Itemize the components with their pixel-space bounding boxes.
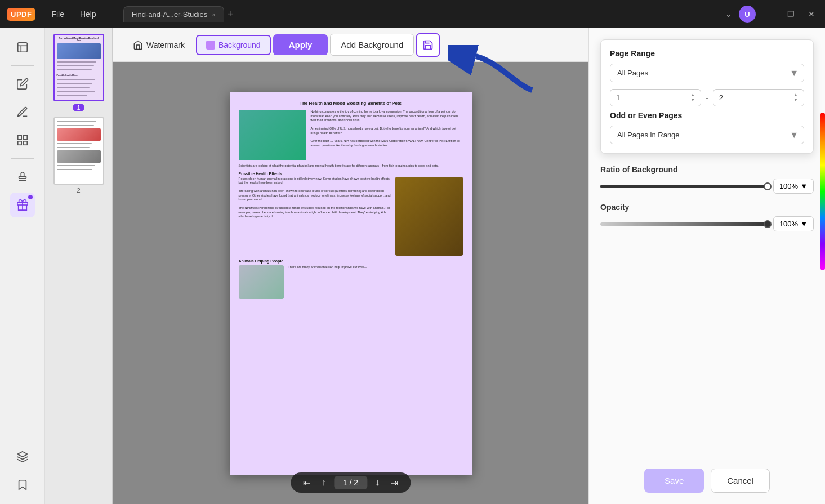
user-avatar[interactable]: U <box>739 6 756 23</box>
bottom-actions: Save Cancel <box>600 460 814 493</box>
page-range-inputs: 1 ▲ ▼ - 2 ▲ ▼ <box>610 89 804 106</box>
thumb-1-overlay <box>55 35 103 100</box>
sidebar-icon-gift[interactable] <box>10 193 35 217</box>
ratio-value: 100% <box>779 182 798 190</box>
page-to-down[interactable]: ▼ <box>793 98 798 102</box>
opacity-dropdown-icon: ▼ <box>800 220 808 228</box>
menu-file[interactable]: File <box>44 7 71 21</box>
ratio-slider-fill <box>600 185 768 188</box>
watermark-button[interactable]: Watermark <box>124 35 194 55</box>
add-background-button[interactable]: Add Background <box>330 34 414 56</box>
sidebar-divider-1 <box>11 65 34 66</box>
page-range-label: Page Range <box>610 49 804 58</box>
pdf-animals-heading: Animals Helping People <box>239 259 463 263</box>
ratio-slider-thumb[interactable] <box>764 182 772 190</box>
opacity-section: Opacity 100% ▼ <box>600 203 814 231</box>
pdf-cat-image <box>239 110 306 160</box>
tab-title: Find-and-A...er-Studies <box>132 10 207 19</box>
thumbnail-page-2[interactable] <box>53 117 104 185</box>
active-tab[interactable]: Find-and-A...er-Studies × <box>123 6 224 22</box>
menu-bar: File Help <box>44 7 102 21</box>
new-tab-button[interactable]: + <box>228 8 234 20</box>
pdf-scientists-text: Scientists are looking at what the poten… <box>239 164 463 168</box>
main-layout: The Health and Mood-Boosting Benefits of… <box>0 28 825 504</box>
menu-help[interactable]: Help <box>73 7 103 21</box>
svg-rect-7 <box>19 176 26 179</box>
thumb-2-line <box>57 169 93 170</box>
titlebar-right: ⌄ U — ❐ ✕ <box>725 6 818 23</box>
pdf-container: The Health and Mood-Boosting Benefits of… <box>113 62 588 504</box>
close-button[interactable]: ✕ <box>805 8 818 20</box>
left-sidebar <box>0 28 45 504</box>
color-strip[interactable] <box>820 113 825 270</box>
watermark-icon <box>133 40 143 50</box>
thumbnail-page-1[interactable]: The Health and Mood-Boosting Benefits of… <box>53 34 104 101</box>
save-icon-button[interactable] <box>416 33 440 57</box>
pdf-dog-cat-image <box>395 177 463 256</box>
last-page-button[interactable]: ⇥ <box>387 476 402 489</box>
pdf-page: The Health and Mood-Boosting Benefits of… <box>230 92 472 475</box>
pdf-content: The Health and Mood-Boosting Benefits of… <box>230 92 472 475</box>
maximize-button[interactable]: ❐ <box>784 8 798 20</box>
svg-rect-0 <box>17 43 27 52</box>
odd-even-label: Odd or Even Pages <box>610 111 804 120</box>
pdf-cat2-image <box>239 265 284 299</box>
sidebar-icon-organize[interactable] <box>10 128 35 153</box>
ratio-slider-track[interactable] <box>600 185 768 188</box>
background-label: Background <box>218 41 261 50</box>
top-toolbar: Watermark Background Apply Add Backgroun… <box>113 28 588 62</box>
prev-page-button[interactable]: ↑ <box>318 476 329 489</box>
pdf-section-heading: Possible Health Effects <box>239 172 463 176</box>
sidebar-icon-stamp[interactable] <box>10 164 35 189</box>
current-page: 1 <box>343 478 347 487</box>
page-indicator: 1 / 2 <box>334 476 367 489</box>
thumb-2-line <box>57 147 90 148</box>
ratio-dropdown-icon: ▼ <box>800 182 808 190</box>
next-page-button[interactable]: ↓ <box>372 476 383 489</box>
opacity-slider-row: 100% ▼ <box>600 216 814 231</box>
thumbnail-1-wrap: The Health and Mood-Boosting Benefits of… <box>53 34 104 111</box>
cancel-button[interactable]: Cancel <box>711 469 770 493</box>
range-dash: - <box>706 93 708 102</box>
page-from-down[interactable]: ▼ <box>690 98 695 102</box>
ratio-percent-dropdown[interactable]: 100% ▼ <box>773 179 814 194</box>
thumb-2-line <box>57 165 96 166</box>
ratio-slider-row: 100% ▼ <box>600 179 814 194</box>
background-button[interactable]: Background <box>196 35 271 55</box>
sidebar-divider-2 <box>11 158 34 159</box>
background-color-swatch <box>206 41 215 50</box>
page-range-select[interactable]: All Pages <box>610 64 804 82</box>
odd-even-select[interactable]: All Pages in Range <box>610 126 804 144</box>
opacity-label: Opacity <box>600 203 814 212</box>
first-page-button[interactable]: ⇤ <box>300 476 314 489</box>
tab-dropdown-icon[interactable]: ⌄ <box>725 10 732 19</box>
thumb-2-img <box>57 128 101 141</box>
tab-close-button[interactable]: × <box>212 11 215 18</box>
opacity-percent-dropdown[interactable]: 100% ▼ <box>773 216 814 231</box>
sidebar-icon-reader[interactable] <box>10 35 35 60</box>
page-to-input[interactable]: 2 ▲ ▼ <box>713 89 804 106</box>
content-area: Watermark Background Apply Add Backgroun… <box>113 28 588 504</box>
opacity-slider-track[interactable] <box>600 222 768 226</box>
apply-button[interactable]: Apply <box>273 34 328 55</box>
minimize-button[interactable]: — <box>762 8 777 20</box>
save-button[interactable]: Save <box>644 469 704 493</box>
watermark-label: Watermark <box>146 41 185 50</box>
svg-rect-5 <box>17 141 21 145</box>
thumb-2-page-label: 2 <box>77 187 80 194</box>
sidebar-icon-bookmark[interactable] <box>10 472 35 497</box>
page-from-up[interactable]: ▲ <box>690 93 695 97</box>
sidebar-icon-edit[interactable] <box>10 72 35 96</box>
thumb-1-page-num: 1 <box>73 104 84 111</box>
page-from-input[interactable]: 1 ▲ ▼ <box>610 89 701 106</box>
thumb-2-img2 <box>57 150 101 163</box>
thumb-2-line <box>57 143 92 144</box>
sidebar-icon-layers[interactable] <box>10 444 35 469</box>
save-file-icon <box>422 39 434 51</box>
ratio-label: Ratio of Background <box>600 165 814 174</box>
sidebar-icon-annotate[interactable] <box>10 100 35 124</box>
pdf-intro-text-block: Nothing compares to the joy of coming ho… <box>311 110 463 160</box>
page-to-up[interactable]: ▲ <box>793 93 798 97</box>
total-pages: 2 <box>354 478 358 487</box>
opacity-slider-thumb[interactable] <box>764 220 772 228</box>
